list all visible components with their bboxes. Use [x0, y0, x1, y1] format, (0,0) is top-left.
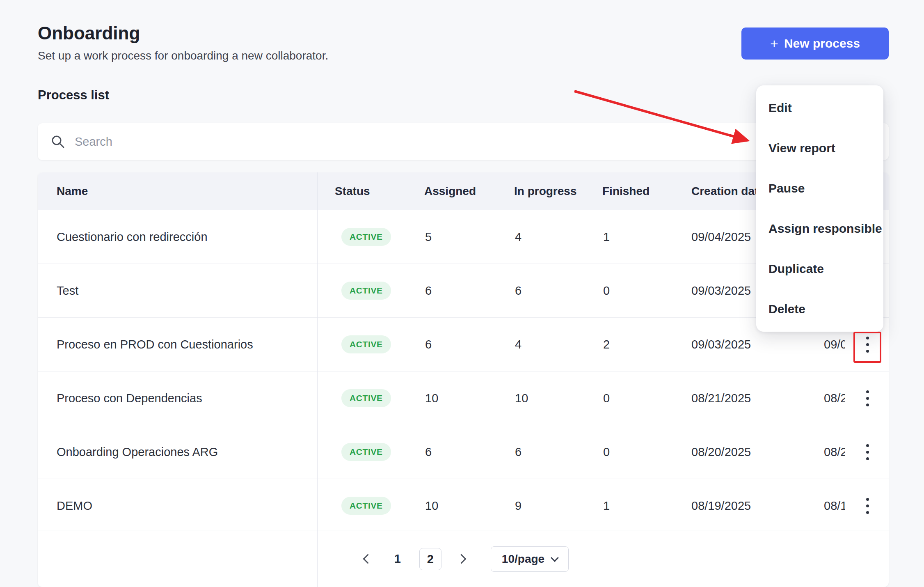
status-cell: ACTIVE [341, 425, 391, 479]
column-header-name: Name [57, 172, 88, 210]
in-progress-count: 6 [515, 425, 521, 479]
creation-date: 08/20/2025 [691, 425, 751, 479]
chevron-right-icon [457, 554, 467, 564]
pagination: 1 2 10/page [38, 530, 889, 587]
process-name: Test [57, 264, 78, 317]
menu-item-assign-responsible[interactable]: Assign responsible [756, 209, 883, 249]
finished-count: 0 [603, 264, 610, 317]
page-button-1[interactable]: 1 [388, 552, 407, 566]
chevron-down-icon [551, 554, 559, 562]
creation-date: 09/03/2025 [691, 264, 751, 317]
finished-count: 2 [603, 318, 610, 371]
process-name: Proceso en PROD con Cuestionarios [57, 318, 253, 371]
menu-item-edit[interactable]: Edit [756, 88, 883, 128]
row-actions-kebab-icon[interactable] [857, 388, 878, 409]
column-header-in-progress: In progress [514, 172, 576, 210]
onboarding-page: Onboarding Set up a work process for onb… [0, 0, 924, 587]
menu-item-delete[interactable]: Delete [756, 289, 883, 329]
second-date: 08/20 [824, 425, 845, 479]
finished-count: 1 [603, 210, 610, 264]
status-badge: ACTIVE [341, 497, 391, 515]
plus-icon: + [770, 37, 778, 50]
chevron-left-icon [363, 554, 373, 564]
row-actions-kebab-icon[interactable] [857, 441, 878, 463]
column-header-creation-date: Creation date [691, 172, 765, 210]
finished-count: 0 [603, 425, 610, 479]
creation-date: 09/03/2025 [691, 318, 751, 371]
table-row: DEMO ACTIVE 10 9 1 08/19/2025 08/19 [38, 479, 889, 532]
process-name: Onboarding Operaciones ARG [57, 425, 218, 479]
in-progress-count: 10 [515, 371, 528, 425]
assigned-count: 6 [425, 425, 432, 479]
creation-date: 08/21/2025 [691, 371, 751, 425]
page-size-label: 10/page [502, 553, 544, 566]
search-input[interactable] [74, 135, 876, 149]
previous-page-button[interactable] [358, 550, 376, 568]
page-title: Onboarding [38, 23, 140, 44]
row-actions-kebab-icon[interactable] [857, 334, 878, 355]
in-progress-count: 4 [515, 318, 521, 371]
column-header-finished: Finished [602, 172, 650, 210]
search-icon [51, 135, 65, 149]
new-process-button[interactable]: + New process [741, 28, 889, 60]
assigned-count: 6 [425, 264, 432, 317]
status-cell: ACTIVE [341, 371, 391, 425]
second-date: 08/19 [824, 479, 845, 532]
assigned-count: 10 [425, 371, 438, 425]
second-date: 08/21 [824, 371, 845, 425]
status-badge: ACTIVE [341, 443, 391, 461]
assigned-count: 10 [425, 479, 438, 532]
menu-item-duplicate[interactable]: Duplicate [756, 249, 883, 289]
table-row: Proceso con Dependencias ACTIVE 10 10 0 … [38, 371, 889, 425]
new-process-label: New process [784, 37, 860, 50]
table-row: Onboarding Operaciones ARG ACTIVE 6 6 0 … [38, 425, 889, 479]
creation-date: 08/19/2025 [691, 479, 751, 532]
in-progress-count: 4 [515, 210, 521, 264]
status-cell: ACTIVE [341, 479, 391, 532]
status-cell: ACTIVE [341, 264, 391, 317]
page-size-dropdown[interactable]: 10/page [491, 546, 569, 572]
menu-item-pause[interactable]: Pause [756, 168, 883, 209]
process-name: Cuestionario con redirección [57, 210, 208, 264]
column-header-status: Status [335, 172, 370, 210]
column-divider [317, 172, 318, 587]
status-cell: ACTIVE [341, 318, 391, 371]
finished-count: 1 [603, 479, 610, 532]
status-badge: ACTIVE [341, 335, 391, 353]
in-progress-count: 6 [515, 264, 521, 317]
creation-date: 09/04/2025 [691, 210, 751, 264]
menu-item-view-report[interactable]: View report [756, 128, 883, 168]
process-name: DEMO [57, 479, 92, 532]
page-subtitle: Set up a work process for onboarding a n… [38, 49, 328, 62]
in-progress-count: 9 [515, 479, 521, 532]
assigned-count: 5 [425, 210, 432, 264]
row-actions-kebab-icon[interactable] [857, 495, 878, 516]
row-context-menu: Edit View report Pause Assign responsibl… [756, 85, 883, 332]
page-button-2-current[interactable]: 2 [419, 548, 441, 570]
status-badge: ACTIVE [341, 389, 391, 407]
status-cell: ACTIVE [341, 210, 391, 264]
finished-count: 0 [603, 371, 610, 425]
status-badge: ACTIVE [341, 228, 391, 246]
column-header-assigned: Assigned [424, 172, 476, 210]
status-badge: ACTIVE [341, 282, 391, 300]
process-list-heading: Process list [38, 88, 109, 103]
next-page-button[interactable] [454, 550, 472, 568]
assigned-count: 6 [425, 318, 432, 371]
process-name: Proceso con Dependencias [57, 371, 202, 425]
